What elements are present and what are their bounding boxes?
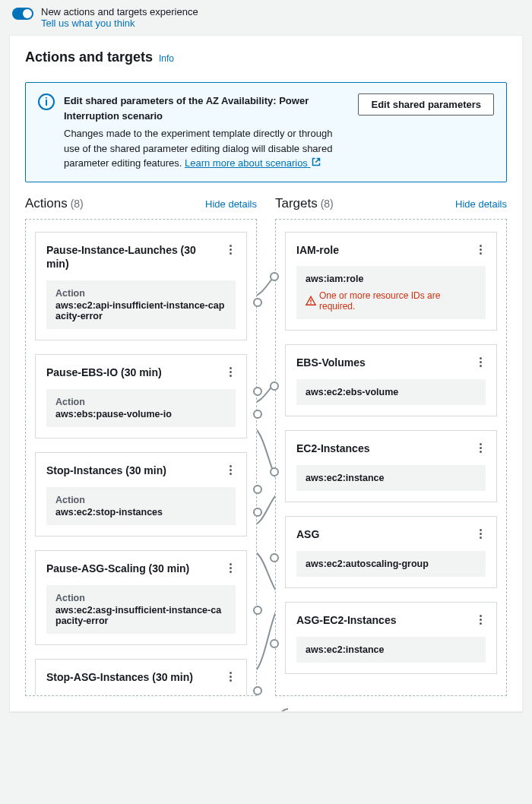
actions-targets-panel: Actions and targets Info i Edit shared p… xyxy=(9,35,523,712)
action-card-title: Pause-Instance-Launches (30 min) xyxy=(46,243,225,272)
action-value: aws:ebs:pause-volume-io xyxy=(55,409,226,419)
target-card[interactable]: ASG aws:ec2:autoscaling-group xyxy=(285,516,497,588)
connector-node xyxy=(270,272,279,281)
action-card-title: Stop-ASG-Instances (30 min) xyxy=(46,670,198,685)
action-card[interactable]: Pause-ASG-Scaling (30 min) Action aws:ec… xyxy=(35,550,247,645)
actions-heading: Actions xyxy=(25,196,68,210)
action-card[interactable]: Pause-Instance-Launches (30 min) Action … xyxy=(35,232,247,341)
action-card-title: Stop-Instances (30 min) xyxy=(46,464,171,478)
kebab-icon[interactable] xyxy=(475,243,486,256)
action-value: aws:ec2:asg-insufficient-instance-capaci… xyxy=(55,605,226,626)
target-card-title: EBS-Volumes xyxy=(296,356,370,370)
target-value: aws:ec2:instance xyxy=(306,644,477,655)
info-link[interactable]: Info xyxy=(159,53,174,64)
actions-count: (8) xyxy=(71,198,84,210)
target-card-title: EC2-Instances xyxy=(296,442,374,456)
kebab-icon[interactable] xyxy=(475,527,486,540)
action-label: Action xyxy=(55,288,226,299)
kebab-icon[interactable] xyxy=(475,442,486,454)
info-icon: i xyxy=(38,93,55,110)
connector-node xyxy=(253,606,262,615)
target-value: aws:ec2:instance xyxy=(306,473,477,483)
banner-title: New actions and targets experience xyxy=(41,6,198,17)
connector-node xyxy=(253,485,262,494)
action-card-title: Pause-ASG-Scaling (30 min) xyxy=(46,562,194,576)
target-card[interactable]: EBS-Volumes aws:ec2:ebs-volume xyxy=(285,344,497,416)
error-message: One or more resource IDs are required. xyxy=(306,290,477,312)
targets-heading: Targets xyxy=(275,196,318,210)
connector-node xyxy=(270,381,279,391)
connector-node xyxy=(253,686,262,695)
target-value: aws:ec2:autoscaling-group xyxy=(306,559,477,569)
target-card-title: IAM-role xyxy=(296,243,344,258)
kebab-icon[interactable] xyxy=(225,366,236,378)
panel-title: Actions and targets xyxy=(25,49,153,65)
target-card[interactable]: ASG-EC2-Instances aws:ec2:instance xyxy=(285,602,497,674)
target-value: aws:ec2:ebs-volume xyxy=(306,387,477,397)
edit-shared-parameters-button[interactable]: Edit shared parameters xyxy=(358,93,494,116)
feedback-link[interactable]: Tell us what you think xyxy=(41,17,198,29)
actions-column: Pause-Instance-Launches (30 min) Action … xyxy=(25,219,257,696)
action-card-title: Pause-EBS-IO (30 min) xyxy=(46,366,166,380)
kebab-icon[interactable] xyxy=(475,613,486,626)
connector-node xyxy=(270,553,279,562)
svg-point-1 xyxy=(310,303,312,305)
warning-icon xyxy=(306,296,316,306)
action-label: Action xyxy=(55,593,226,603)
action-label: Action xyxy=(55,397,226,407)
action-label: Action xyxy=(55,495,226,505)
action-card[interactable]: Stop-ASG-Instances (30 min) xyxy=(35,659,247,695)
actions-hide-details[interactable]: Hide details xyxy=(205,198,257,210)
action-card[interactable]: Stop-Instances (30 min) Action aws:ec2:s… xyxy=(35,452,247,537)
targets-count: (8) xyxy=(321,198,334,210)
target-card[interactable]: IAM-role aws:iam:role One or more resour… xyxy=(285,232,497,331)
kebab-icon[interactable] xyxy=(225,243,236,256)
connector-node xyxy=(253,298,262,307)
kebab-icon[interactable] xyxy=(225,562,236,575)
kebab-icon[interactable] xyxy=(225,670,236,683)
scenario-alert: i Edit shared parameters of the AZ Avail… xyxy=(25,82,507,182)
action-card[interactable]: Pause-EBS-IO (30 min) Action aws:ebs:pau… xyxy=(35,354,247,438)
action-value: aws:ec2:api-insufficient-instance-capaci… xyxy=(55,300,226,321)
target-card-title: ASG xyxy=(296,527,324,542)
action-value: aws:ec2:stop-instances xyxy=(55,507,226,518)
connector-node xyxy=(270,467,279,476)
toggle-new-experience[interactable] xyxy=(12,8,33,20)
connector-node xyxy=(253,508,262,517)
connector-node xyxy=(270,639,279,648)
targets-column: IAM-role aws:iam:role One or more resour… xyxy=(275,219,507,696)
learn-more-link[interactable]: Learn more about scenarios xyxy=(185,157,321,169)
targets-hide-details[interactable]: Hide details xyxy=(455,198,507,210)
alert-title: Edit shared parameters of the AZ Availab… xyxy=(64,93,349,123)
target-card[interactable]: EC2-Instances aws:ec2:instance xyxy=(285,430,497,502)
target-card-title: ASG-EC2-Instances xyxy=(296,613,401,628)
external-link-icon xyxy=(312,156,321,171)
experience-banner: New actions and targets experience Tell … xyxy=(0,0,532,35)
target-value: aws:iam:role xyxy=(306,274,477,284)
kebab-icon[interactable] xyxy=(475,356,486,369)
connector-node xyxy=(253,410,262,419)
kebab-icon[interactable] xyxy=(225,464,236,476)
connector-node xyxy=(253,387,262,396)
